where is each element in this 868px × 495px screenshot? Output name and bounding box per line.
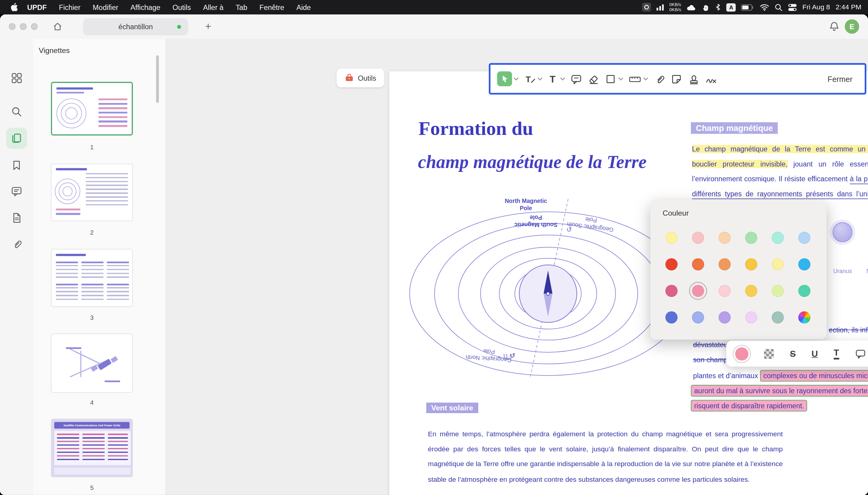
grid-view-icon[interactable] xyxy=(11,72,22,84)
color-swatch-19[interactable] xyxy=(692,311,704,323)
text-comment-tool-button[interactable]: T xyxy=(524,73,542,85)
color-swatch-9[interactable] xyxy=(745,258,757,270)
select-tool-button[interactable] xyxy=(497,71,519,86)
attachments-icon[interactable] xyxy=(11,238,22,250)
new-tab-button[interactable]: + xyxy=(202,19,215,34)
close-toolbar-button[interactable]: Fermer xyxy=(828,74,858,83)
color-swatch-4[interactable] xyxy=(772,232,784,244)
document-tab[interactable]: échantillon xyxy=(83,18,189,36)
section-heading-champ-magnetique: Champ magnétique xyxy=(691,122,778,134)
menubar-app-name[interactable]: UPDF xyxy=(21,3,53,12)
menu-item-fichier[interactable]: Fichier xyxy=(53,3,86,12)
color-swatch-22[interactable] xyxy=(772,311,784,323)
color-swatch-7[interactable] xyxy=(692,258,704,270)
cloud-icon[interactable] xyxy=(686,3,697,11)
strikethrough-text-3[interactable]: son champ xyxy=(693,356,728,364)
color-swatch-5[interactable] xyxy=(798,232,810,244)
thumbnails-panel-toggle[interactable] xyxy=(6,128,27,149)
control-center-icon[interactable] xyxy=(788,3,797,12)
comment-bubble-tool-button[interactable] xyxy=(570,73,582,85)
sticker-tool-button[interactable] xyxy=(670,73,682,85)
selected-color-dot[interactable] xyxy=(735,347,748,360)
document-info-icon[interactable] xyxy=(11,212,22,224)
menubar-clock[interactable]: Fri Aug 82:44 PM xyxy=(802,3,862,11)
page-thumbnail-5[interactable]: Satellite Communications And Power Grids xyxy=(51,419,133,477)
search-icon[interactable] xyxy=(11,106,22,118)
color-swatch-8[interactable] xyxy=(719,258,731,270)
color-swatch-2[interactable] xyxy=(719,232,731,244)
page-thumbnail-3[interactable] xyxy=(51,249,133,307)
color-swatch-23[interactable] xyxy=(798,311,810,323)
color-swatch-21[interactable] xyxy=(745,311,757,323)
menu-item-aller-a[interactable]: Aller à xyxy=(197,3,230,12)
opacity-checker-icon[interactable] xyxy=(764,349,774,359)
thumb5-title: Satellite Communications And Power Grids xyxy=(54,422,130,428)
page-thumbnail-4[interactable] xyxy=(51,334,133,393)
strikethrough-text-1[interactable]: ection, ils infligeront un coup xyxy=(829,326,868,334)
color-swatch-11[interactable] xyxy=(798,258,810,270)
color-swatch-1[interactable] xyxy=(692,232,704,244)
page-thumbnail-2[interactable] xyxy=(51,164,133,221)
zoom-window-button[interactable] xyxy=(31,23,38,30)
color-swatch-18[interactable] xyxy=(666,311,677,323)
apple-menu-icon[interactable] xyxy=(6,3,21,12)
color-swatch-20[interactable] xyxy=(719,311,731,323)
attach-file-tool-button[interactable] xyxy=(653,73,665,85)
text-tool-button[interactable]: T xyxy=(547,73,566,85)
highlight-text-icon[interactable]: T xyxy=(834,348,839,359)
color-swatch-14[interactable] xyxy=(719,285,731,297)
menu-item-affichage[interactable]: Affichage xyxy=(125,3,167,12)
home-icon[interactable] xyxy=(52,21,63,32)
color-swatch-10[interactable] xyxy=(772,258,784,270)
ruler-icon xyxy=(628,73,642,85)
page-thumbnail-1[interactable] xyxy=(51,82,133,136)
tools-menu-button[interactable]: Outils xyxy=(337,69,384,87)
strikethrough-text-2[interactable]: dévastateur xyxy=(693,341,730,349)
color-swatch-6[interactable] xyxy=(666,258,677,270)
highlighted-text-pink-1[interactable]: complexes ou de minuscules microorganism… xyxy=(760,370,868,382)
svg-text:T: T xyxy=(550,74,555,84)
menu-item-tab[interactable]: Tab xyxy=(230,3,253,12)
input-source-icon[interactable]: A xyxy=(727,3,736,12)
highlighted-text-pink-2[interactable]: auront du mal à survivre sous le rayonne… xyxy=(691,385,868,396)
color-swatch-0[interactable] xyxy=(666,232,677,244)
signature-tool-button[interactable] xyxy=(705,73,717,85)
stamp-icon xyxy=(687,73,700,85)
measure-tool-button[interactable] xyxy=(628,73,648,85)
wifi-icon[interactable] xyxy=(760,3,770,11)
page-number-5: 5 xyxy=(51,484,133,491)
highlighted-text-pink-3[interactable]: risquent de disparaître rapidement. xyxy=(691,400,807,412)
color-swatch-15[interactable] xyxy=(745,285,757,297)
text-icon: T xyxy=(547,73,559,85)
shapes-tool-button[interactable] xyxy=(605,73,623,85)
underline-icon[interactable]: U xyxy=(812,349,818,359)
color-swatch-17[interactable] xyxy=(798,285,810,297)
spotlight-icon[interactable] xyxy=(774,3,783,12)
strikethrough-icon[interactable]: S xyxy=(790,349,796,359)
battery-icon[interactable] xyxy=(741,4,755,11)
bookmark-icon[interactable] xyxy=(11,159,22,171)
menu-item-modifier[interactable]: Modifier xyxy=(86,3,124,12)
comments-icon[interactable] xyxy=(11,185,22,197)
eraser-tool-button[interactable] xyxy=(587,73,600,85)
network-speed[interactable]: 0KB/s0KB/s xyxy=(669,2,681,12)
close-window-button[interactable] xyxy=(9,23,15,30)
stamp-tool-button[interactable] xyxy=(687,73,700,85)
color-swatch-13[interactable] xyxy=(692,285,704,297)
account-avatar[interactable]: E xyxy=(845,19,859,34)
color-swatch-12[interactable] xyxy=(666,285,677,297)
activity-monitor-icon[interactable] xyxy=(656,4,665,11)
color-swatch-3[interactable] xyxy=(745,232,757,244)
menu-item-aide[interactable]: Aide xyxy=(290,3,317,12)
color-swatch-16[interactable] xyxy=(772,285,784,297)
menu-item-outils[interactable]: Outils xyxy=(166,3,197,12)
recording-app-icon[interactable] xyxy=(642,3,651,12)
hand-icon[interactable] xyxy=(702,3,710,12)
notifications-bell-icon[interactable] xyxy=(828,20,840,33)
thumbnails-scrollbar[interactable] xyxy=(156,55,159,103)
minimize-window-button[interactable] xyxy=(20,23,27,30)
bluetooth-icon[interactable] xyxy=(715,3,722,12)
menu-item-fenetre[interactable]: Fenêtre xyxy=(253,3,291,12)
comment-icon[interactable] xyxy=(855,348,867,359)
paperclip-icon xyxy=(653,73,665,85)
